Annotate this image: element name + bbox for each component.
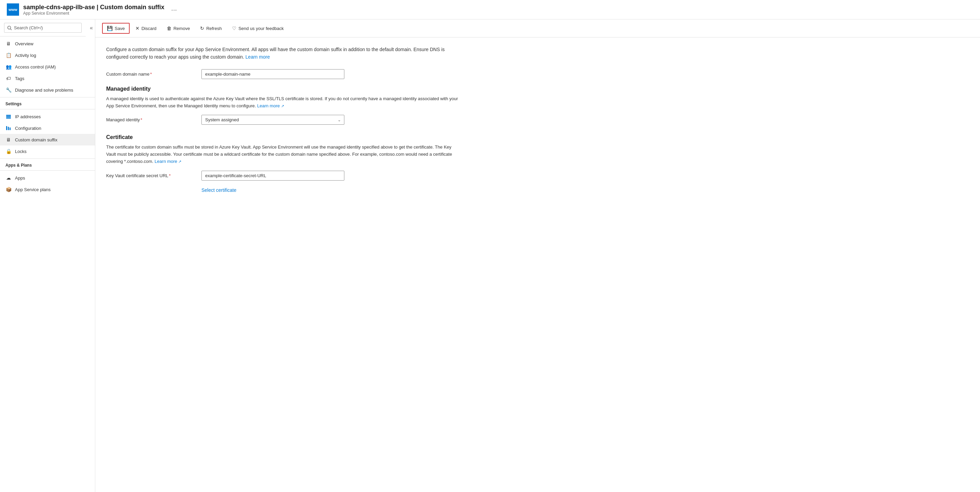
sidebar-item-label-activity-log: Activity log (15, 53, 36, 58)
refresh-icon: ↻ (200, 26, 204, 31)
sidebar-item-diagnose[interactable]: 🔧 Diagnose and solve problems (0, 84, 95, 96)
select-certificate-row: Select certificate (106, 187, 459, 193)
external-link-icon: ↗ (281, 104, 284, 108)
discard-icon: ✕ (135, 26, 140, 31)
sidebar-item-label-apps: Apps (15, 176, 25, 181)
custom-domain-name-input[interactable] (202, 69, 344, 79)
key-vault-label: Key Vault certificate secret URL* (106, 173, 202, 178)
ip-icon (5, 113, 11, 120)
managed-identity-select[interactable]: System assigned User assigned (202, 115, 344, 125)
managed-identity-select-wrapper: System assigned User assigned ⌄ (202, 115, 344, 125)
select-certificate-link[interactable]: Select certificate (202, 187, 237, 193)
form-content: Configure a custom domain suffix for you… (95, 37, 469, 211)
tags-icon: 🏷 (5, 75, 11, 81)
diagnose-icon: 🔧 (5, 87, 11, 93)
save-icon: 💾 (107, 26, 113, 31)
sidebar-navigation: 🖥 Overview 📋 Activity log 👥 Access contr… (0, 37, 95, 196)
sidebar-item-label-diagnose: Diagnose and solve problems (15, 88, 73, 93)
activity-log-icon: 📋 (5, 52, 11, 58)
locks-icon: 🔒 (5, 148, 11, 154)
sidebar-search-container (0, 19, 86, 37)
sidebar-item-label-access-control: Access control (IAM) (15, 64, 56, 70)
certificate-title: Certificate (106, 134, 459, 141)
managed-identity-desc: A managed identity is used to authentica… (106, 96, 459, 110)
page-header: www sample-cdns-app-ilb-ase | Custom dom… (0, 0, 980, 19)
page-subtitle: App Service Environment (23, 11, 164, 16)
sidebar-item-activity-log[interactable]: 📋 Activity log (0, 50, 95, 61)
feedback-icon: ♡ (232, 26, 237, 31)
certificate-section: Certificate The certificate for custom d… (106, 134, 459, 193)
sidebar-item-app-service-plans[interactable]: 📦 App Service plans (0, 184, 95, 195)
certificate-learn-more-link[interactable]: Learn more ↗ (154, 159, 181, 164)
header-title-group: sample-cdns-app-ilb-ase | Custom domain … (23, 4, 164, 16)
sidebar-item-custom-domain-suffix[interactable]: 🖥 Custom domain suffix (0, 134, 95, 145)
sidebar-item-access-control[interactable]: 👥 Access control (IAM) (0, 61, 95, 73)
svg-rect-3 (6, 126, 7, 130)
discard-button[interactable]: ✕ Discard (131, 23, 161, 34)
sidebar-item-label-ip: IP addresses (15, 114, 41, 119)
sidebar-item-label-app-service-plans: App Service plans (15, 187, 51, 192)
settings-section-header: Settings (0, 97, 95, 108)
search-input[interactable] (4, 23, 82, 33)
sidebar-item-locks[interactable]: 🔒 Locks (0, 145, 95, 157)
required-star-keyvault: * (169, 173, 171, 178)
access-control-icon: 👥 (5, 64, 11, 70)
configuration-icon (5, 125, 11, 131)
remove-button[interactable]: 🗑 Remove (162, 23, 194, 34)
main-content: 💾 Save ✕ Discard 🗑 Remove ↻ Refresh ♡ Se… (95, 19, 980, 492)
managed-identity-title: Managed identity (106, 86, 459, 92)
apps-section-header: Apps & Plans (0, 158, 95, 169)
svg-rect-2 (6, 118, 11, 118)
description-text: Configure a custom domain suffix for you… (106, 46, 459, 61)
refresh-button[interactable]: ↻ Refresh (196, 23, 226, 34)
sidebar-item-label-locks: Locks (15, 149, 27, 154)
sidebar-item-apps[interactable]: ☁ Apps (0, 172, 95, 184)
key-vault-input[interactable] (202, 171, 344, 181)
sidebar-item-overview[interactable]: 🖥 Overview (0, 38, 95, 50)
required-star-domain: * (150, 72, 152, 77)
toolbar: 💾 Save ✕ Discard 🗑 Remove ↻ Refresh ♡ Se… (95, 19, 980, 37)
sidebar: « 🖥 Overview 📋 Activity log 👥 Access con… (0, 19, 95, 492)
page-title: sample-cdns-app-ilb-ase | Custom domain … (23, 4, 164, 11)
required-star-managed: * (140, 117, 142, 122)
feedback-button[interactable]: ♡ Send us your feedback (228, 23, 288, 34)
sidebar-item-tags[interactable]: 🏷 Tags (0, 73, 95, 84)
certificate-desc: The certificate for custom domain suffix… (106, 144, 459, 165)
svg-rect-0 (6, 115, 11, 116)
custom-domain-name-row: Custom domain name* (106, 69, 459, 79)
app-icon: www (7, 3, 19, 16)
sidebar-item-label-custom-domain: Custom domain suffix (15, 137, 57, 142)
sidebar-collapse-button[interactable]: « (88, 23, 95, 33)
sidebar-item-ip-addresses[interactable]: IP addresses (0, 111, 95, 122)
managed-identity-section: Managed identity A managed identity is u… (106, 86, 459, 125)
settings-divider (0, 109, 95, 109)
managed-identity-learn-more-link[interactable]: Learn more ↗ (257, 103, 284, 109)
svg-rect-1 (6, 116, 11, 117)
managed-identity-label: Managed identity* (106, 117, 202, 122)
certificate-external-link-icon: ↗ (178, 160, 181, 163)
sidebar-item-label-overview: Overview (15, 41, 33, 46)
save-button[interactable]: 💾 Save (102, 23, 130, 34)
sidebar-item-configuration[interactable]: Configuration (0, 122, 95, 134)
sidebar-search-row: « (0, 19, 95, 37)
app-service-plans-icon: 📦 (5, 186, 11, 193)
sidebar-item-label-tags: Tags (15, 76, 24, 81)
svg-rect-5 (10, 128, 11, 130)
custom-domain-name-label: Custom domain name* (106, 72, 202, 77)
key-vault-row: Key Vault certificate secret URL* (106, 171, 459, 181)
apps-icon: ☁ (5, 175, 11, 181)
svg-rect-4 (8, 127, 9, 130)
main-layout: « 🖥 Overview 📋 Activity log 👥 Access con… (0, 19, 980, 492)
overview-icon: 🖥 (5, 40, 11, 47)
custom-domain-icon: 🖥 (5, 137, 11, 143)
description-learn-more-link[interactable]: Learn more (245, 54, 270, 60)
more-options-button[interactable]: ··· (171, 6, 177, 14)
managed-identity-row: Managed identity* System assigned User a… (106, 115, 459, 125)
remove-icon: 🗑 (167, 26, 172, 31)
apps-divider (0, 170, 95, 171)
sidebar-item-label-configuration: Configuration (15, 126, 41, 131)
